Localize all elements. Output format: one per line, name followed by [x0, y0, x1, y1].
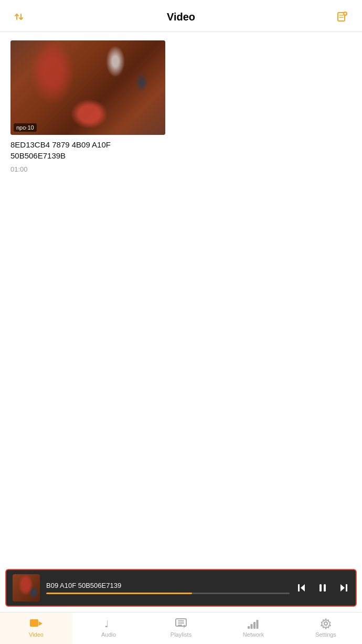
np-controls [296, 582, 349, 594]
edit-icon[interactable] [335, 9, 349, 24]
video-list: npo·10 8ED13CB4 7879 4B09 A10F 50B506E71… [0, 32, 362, 569]
tab-playlists-label: Playlists [171, 631, 191, 638]
video-tab-icon [29, 618, 43, 629]
svg-rect-11 [324, 584, 326, 592]
tab-bar: Video ♩ Audio Playlists [0, 612, 362, 644]
svg-point-26 [324, 622, 327, 625]
np-info: B09 A10F 50B506E7139 [46, 582, 290, 594]
svg-rect-19 [178, 622, 184, 624]
np-progress-bar[interactable] [46, 593, 290, 594]
prev-button[interactable] [296, 582, 307, 594]
svg-marker-12 [340, 584, 345, 592]
page-title: Video [167, 11, 195, 23]
tab-network-label: Network [243, 631, 264, 638]
svg-rect-24 [253, 622, 255, 629]
video-item[interactable]: npo·10 8ED13CB4 7879 4B09 A10F 50B506E71… [10, 40, 168, 173]
header: Video [0, 0, 362, 32]
thumbnail-badge: npo·10 [14, 123, 37, 132]
network-tab-icon [247, 618, 260, 629]
tab-video[interactable]: Video [0, 613, 72, 644]
svg-rect-22 [248, 626, 250, 629]
np-thumbnail[interactable] [13, 574, 40, 601]
svg-rect-23 [251, 624, 253, 629]
svg-marker-15 [39, 621, 42, 626]
video-thumbnail[interactable]: npo·10 [10, 40, 165, 135]
video-title: 8ED13CB4 7879 4B09 A10F 50B506E7139B [10, 139, 168, 161]
audio-tab-icon: ♩ [103, 618, 114, 629]
svg-rect-20 [178, 625, 182, 626]
tab-settings-label: Settings [315, 631, 336, 638]
sort-icon[interactable] [13, 9, 27, 24]
svg-rect-13 [346, 584, 347, 592]
tab-settings[interactable]: Settings [290, 613, 362, 644]
next-button[interactable] [338, 582, 349, 594]
tab-video-label: Video [29, 631, 44, 638]
tab-playlists[interactable]: Playlists [145, 613, 217, 644]
tab-audio-label: Audio [101, 631, 116, 638]
np-progress-fill [46, 593, 192, 594]
svg-rect-10 [320, 584, 322, 592]
svg-rect-14 [30, 619, 38, 627]
svg-rect-25 [257, 620, 259, 629]
svg-marker-8 [301, 584, 305, 592]
svg-text:♩: ♩ [104, 619, 109, 629]
tab-network[interactable]: Network [217, 613, 290, 644]
playlists-tab-icon [175, 618, 187, 629]
pause-button[interactable] [317, 582, 328, 594]
svg-rect-9 [298, 584, 300, 592]
tab-audio[interactable]: ♩ Audio [72, 613, 145, 644]
svg-rect-18 [178, 620, 184, 621]
settings-tab-icon [320, 618, 332, 629]
video-duration: 01:00 [10, 165, 168, 173]
np-title: B09 A10F 50B506E7139 [46, 582, 290, 589]
now-playing-bar: B09 A10F 50B506E7139 [5, 569, 357, 607]
